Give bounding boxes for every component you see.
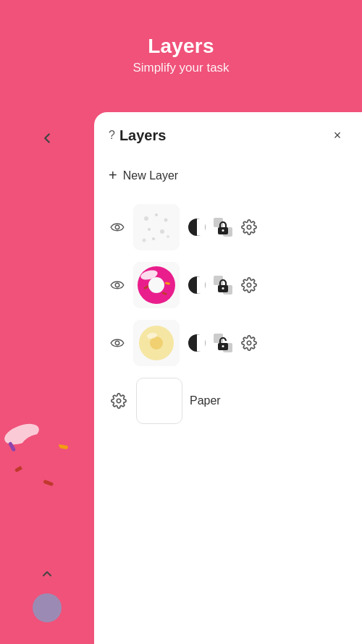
panel-header: ? Layers × [109,125,348,145]
svg-point-8 [115,225,119,229]
layer-2-thumbnail[interactable] [133,262,180,308]
layers-panel: ? Layers × + New Layer [94,112,362,644]
new-layer-plus-icon: + [109,167,117,184]
paper-row: Paper [109,372,348,430]
svg-point-27 [148,277,164,293]
paper-thumbnail[interactable] [136,378,182,424]
svg-point-23 [247,225,251,229]
svg-point-48 [247,341,251,345]
new-layer-label: New Layer [123,169,178,182]
svg-point-14 [160,229,164,234]
layer-3-blend-mode[interactable] [187,333,207,353]
layer-3-opacity[interactable] [213,333,233,353]
svg-point-37 [247,283,251,287]
app-subtitle: Simplify your task [0,61,362,75]
layer-1-opacity[interactable] [213,217,233,237]
layer-2-visibility-toggle[interactable] [109,276,126,294]
svg-point-11 [155,213,158,216]
help-icon[interactable]: ? [109,129,115,142]
layer-row [109,256,348,314]
svg-rect-9 [133,204,180,250]
svg-point-10 [144,216,148,221]
panel-title-row: ? Layers [109,127,166,144]
donut-background-art [0,394,101,517]
layer-1-thumbnail[interactable] [133,204,180,250]
layer-1-visibility-toggle[interactable] [109,219,126,236]
layer-row [109,314,348,372]
paper-settings[interactable] [109,391,129,411]
expand-button[interactable] [36,563,58,585]
app-header: Layers Simplify your task [0,0,362,93]
svg-point-17 [143,239,146,242]
layer-1-settings[interactable] [239,217,259,237]
close-button[interactable]: × [327,125,348,145]
svg-point-15 [152,237,155,240]
layer-1-blend-mode[interactable] [187,217,207,237]
layer-row [109,198,348,256]
avatar[interactable] [33,593,62,622]
svg-point-13 [148,228,151,231]
layer-3-visibility-toggle[interactable] [109,334,126,352]
layer-3-controls [187,333,348,353]
svg-point-38 [115,341,119,345]
svg-point-36 [222,287,224,289]
paper-label: Paper [190,394,221,407]
sidebar-bottom [33,563,62,622]
svg-point-47 [222,345,224,347]
svg-point-7 [18,434,62,478]
layer-2-blend-mode[interactable] [187,275,207,295]
back-button[interactable] [33,124,62,153]
svg-point-22 [222,229,224,232]
layer-3-thumbnail[interactable] [133,320,180,366]
layer-2-opacity[interactable] [213,275,233,295]
svg-point-12 [164,219,168,222]
svg-point-49 [117,399,121,403]
layer-2-controls [187,275,348,295]
layer-2-settings[interactable] [239,275,259,295]
layer-3-settings[interactable] [239,333,259,353]
app-title: Layers [0,35,362,58]
new-layer-button[interactable]: + New Layer [109,160,348,191]
panel-title: Layers [119,127,167,144]
svg-point-24 [115,283,119,287]
layer-1-controls [187,217,348,237]
svg-point-16 [167,235,169,238]
left-sidebar [0,112,94,644]
